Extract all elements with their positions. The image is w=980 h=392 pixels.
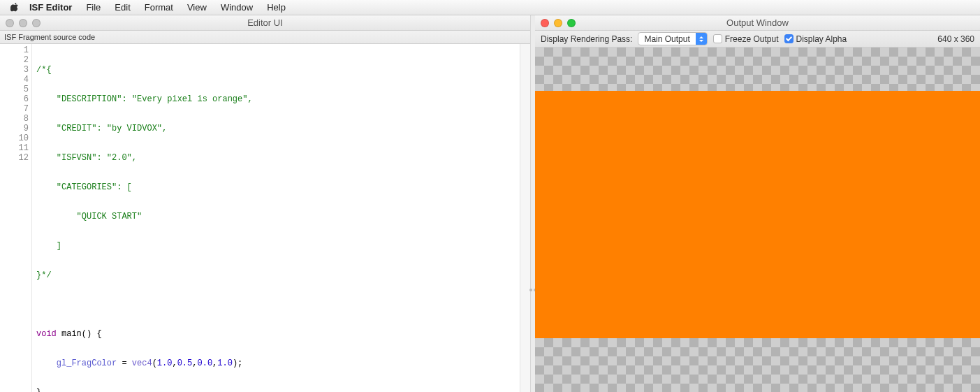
editor-title: Editor UI	[247, 17, 283, 28]
code-token: vec4	[132, 358, 152, 368]
code-token: void	[36, 329, 57, 339]
zoom-icon[interactable]	[567, 19, 576, 27]
code-token: );	[233, 358, 242, 368]
freeze-output-label: Freeze Output	[725, 34, 779, 44]
minimize-icon[interactable]	[554, 19, 562, 27]
close-icon[interactable]	[6, 19, 14, 27]
output-titlebar[interactable]: Output Window	[535, 15, 980, 31]
code-token: gl_FragColor	[57, 358, 117, 368]
menu-view[interactable]: View	[180, 2, 214, 13]
code-token: 1.0	[217, 358, 233, 368]
alpha-checker-bottom	[535, 338, 980, 392]
code-line: ]	[36, 241, 61, 251]
code-token: ,	[172, 358, 177, 368]
apple-icon	[10, 3, 20, 12]
code-line: "ISFVSN": "2.0",	[36, 153, 137, 163]
code-content[interactable]: /*{ "DESCRIPTION": "Every pixel is orang…	[32, 44, 253, 392]
zoom-icon[interactable]	[32, 19, 41, 27]
menu-edit[interactable]: Edit	[108, 2, 137, 13]
editor-traffic-lights	[6, 19, 41, 27]
code-token: =	[117, 358, 132, 368]
menu-file[interactable]: File	[79, 2, 108, 13]
editor-scrollbar[interactable]	[520, 44, 530, 392]
editor-titlebar[interactable]: Editor UI	[0, 15, 530, 31]
freeze-output-checkbox[interactable]: Freeze Output	[713, 34, 779, 44]
display-alpha-label: Display Alpha	[796, 34, 847, 44]
menu-window[interactable]: Window	[214, 2, 260, 13]
minimize-icon[interactable]	[19, 19, 27, 27]
output-traffic-lights	[541, 19, 576, 27]
select-stepper-icon	[696, 33, 707, 45]
output-toolbar: Display Rendering Pass: Main Output Free…	[535, 31, 980, 48]
render-pass-value: Main Output	[638, 33, 695, 45]
output-window: Output Window Display Rendering Pass: Ma…	[535, 15, 980, 392]
line-gutter: 123456 789101112	[0, 44, 32, 392]
code-token: 1.0	[157, 358, 173, 368]
alpha-checker-top	[535, 48, 980, 91]
render-pass-select[interactable]: Main Output	[638, 32, 707, 45]
output-title: Output Window	[726, 17, 789, 28]
editor-subheader: ISF Fragment source code	[0, 31, 530, 44]
app-name[interactable]: ISF Editor	[22, 2, 79, 13]
code-line: "QUICK START"	[36, 212, 142, 222]
editor-window: Editor UI ISF Fragment source code 12345…	[0, 15, 531, 392]
code-token: main() {	[57, 329, 102, 339]
output-canvas	[535, 48, 980, 392]
render-pass-label: Display Rendering Pass:	[541, 34, 632, 44]
code-line: "CATEGORIES": [	[36, 182, 132, 192]
system-menubar: ISF Editor File Edit Format View Window …	[0, 0, 980, 15]
display-alpha-checkbox[interactable]: Display Alpha	[784, 34, 847, 44]
code-line: /*{	[36, 65, 52, 75]
output-resolution: 640 x 360	[937, 34, 974, 44]
checkbox-icon	[713, 34, 722, 43]
rendered-output	[535, 91, 980, 338]
checkbox-checked-icon	[784, 34, 793, 43]
code-editor[interactable]: 123456 789101112 /*{ "DESCRIPTION": "Eve…	[0, 44, 530, 392]
editor-subheader-label: ISF Fragment source code	[4, 33, 95, 41]
menu-help[interactable]: Help	[260, 2, 293, 13]
close-icon[interactable]	[541, 19, 549, 27]
menu-format[interactable]: Format	[138, 2, 180, 13]
code-line: "DESCRIPTION": "Every pixel is orange",	[36, 94, 253, 104]
code-line: }	[36, 388, 41, 392]
code-line: "CREDIT": "by VIDVOX",	[36, 124, 167, 133]
apple-menu[interactable]	[7, 3, 22, 12]
workspace: Editor UI ISF Fragment source code 12345…	[0, 15, 980, 392]
code-token: 0.5	[177, 358, 193, 368]
code-line: }*/	[36, 270, 52, 280]
code-token: (	[152, 358, 157, 368]
code-token	[36, 358, 57, 368]
code-token: 0.0	[197, 358, 212, 368]
